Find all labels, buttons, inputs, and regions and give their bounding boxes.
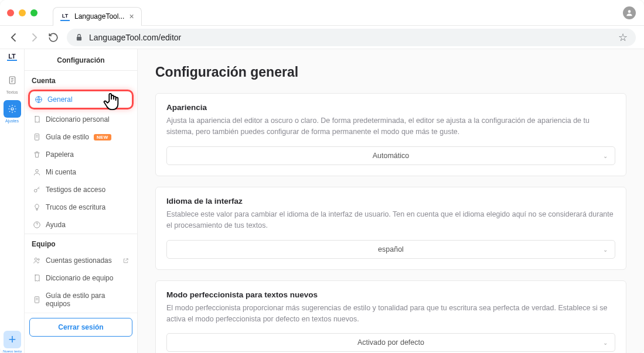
book-icon — [33, 115, 41, 124]
sidebar-item-access-tokens[interactable]: Testigos de acceso — [25, 181, 137, 198]
card-title: Idioma de la interfaz — [166, 197, 615, 205]
external-link-icon — [122, 258, 129, 264]
address-bar[interactable]: LanguageTool.com/editor ☆ — [67, 29, 636, 46]
sidebar-item-help[interactable]: Ayuda — [25, 216, 137, 234]
lock-icon — [75, 33, 83, 42]
sidebar-item-team-dict[interactable]: Diccionario de equipo — [25, 269, 137, 287]
card-picky-mode: Modo perfeccionista para textos nuevos E… — [155, 280, 626, 354]
sidebar-item-label: Papelera — [46, 150, 74, 159]
document-icon — [33, 296, 41, 304]
sidebar-section-account: Cuenta — [25, 70, 137, 88]
sidebar-item-label: Guía de estilo para equipos — [46, 292, 129, 308]
picky-select[interactable]: Activado por defecto ⌄ — [166, 333, 615, 352]
back-button[interactable] — [8, 32, 20, 43]
sidebar-item-my-account[interactable]: Mi cuenta — [25, 163, 137, 181]
card-desc: El modo perfeccionista proporcionar más … — [166, 303, 615, 325]
globe-icon — [35, 95, 43, 104]
settings-sidebar: Configuración Cuenta General Diccionario… — [25, 49, 138, 353]
icon-rail: LT Textos Ajustes + Nuevo texto — [0, 49, 25, 353]
browser-profile-icon[interactable] — [623, 6, 636, 19]
rail-item-texts[interactable] — [4, 71, 21, 89]
new-text-label: Nuevo texto — [0, 349, 25, 353]
appearance-select[interactable]: Automático ⌄ — [166, 146, 615, 165]
sidebar-item-style-guide[interactable]: Guía de estilo NEW — [25, 128, 137, 146]
sidebar-item-label: Testigos de acceso — [46, 186, 105, 194]
sidebar-item-label: Ayuda — [46, 221, 66, 229]
sidebar-item-label: Diccionario personal — [46, 115, 110, 124]
svg-point-9 — [35, 258, 37, 261]
sidebar-section-team: Equipo — [25, 234, 137, 252]
lightbulb-icon — [33, 203, 41, 211]
sidebar-item-general[interactable]: General — [28, 90, 134, 109]
url-text: LanguageTool.com/editor — [89, 33, 181, 42]
card-desc: Ajusta la apariencia del editor a oscuro… — [166, 115, 615, 138]
key-icon — [33, 186, 41, 194]
card-title: Modo perfeccionista para textos nuevos — [166, 290, 615, 299]
card-desc: Establece este valor para cambiar el idi… — [166, 209, 615, 232]
document-icon — [33, 133, 41, 141]
language-select[interactable]: español ⌄ — [166, 240, 615, 259]
chevron-down-icon: ⌄ — [603, 152, 608, 159]
card-appearance: Apariencia Ajusta la apariencia del edit… — [155, 93, 626, 176]
rail-label-texts: Textos — [6, 90, 18, 94]
select-value: español — [378, 245, 404, 253]
svg-point-3 — [11, 108, 13, 110]
page-title: Configuración general — [155, 64, 626, 80]
app-logo[interactable]: LT — [7, 53, 17, 61]
new-badge: NEW — [94, 134, 111, 140]
chevron-down-icon: ⌄ — [603, 246, 608, 252]
book-icon — [33, 274, 41, 282]
svg-point-7 — [34, 189, 37, 192]
card-interface-language: Idioma de la interfaz Establece este val… — [155, 187, 626, 270]
trash-icon — [33, 150, 41, 159]
sidebar-title: Configuración — [25, 49, 137, 70]
svg-rect-1 — [77, 36, 81, 40]
sidebar-item-label: Cuentas gestionadas — [46, 256, 112, 265]
bookmark-star-icon[interactable]: ☆ — [618, 31, 628, 44]
sidebar-item-trash[interactable]: Papelera — [25, 146, 137, 163]
help-icon — [33, 221, 41, 229]
sidebar-item-label: Mi cuenta — [46, 168, 76, 176]
new-text-button[interactable]: + — [4, 331, 21, 348]
minimize-window[interactable] — [19, 9, 26, 16]
logout-wrapper: Cerrar sesión — [25, 313, 137, 341]
browser-titlebar: LT LanguageTool... × — [0, 0, 644, 26]
rail-item-settings[interactable] — [4, 100, 21, 118]
settings-content: Configuración general Apariencia Ajusta … — [138, 49, 644, 353]
card-title: Apariencia — [166, 103, 615, 112]
svg-point-6 — [36, 169, 39, 172]
sidebar-item-label: General — [47, 95, 73, 104]
rail-label-settings: Ajustes — [5, 119, 19, 123]
svg-point-10 — [38, 259, 40, 261]
svg-point-0 — [628, 10, 631, 13]
sidebar-item-label: Guía de estilo — [46, 133, 89, 141]
close-window[interactable] — [7, 9, 14, 16]
maximize-window[interactable] — [30, 9, 38, 16]
browser-toolbar: LanguageTool.com/editor ☆ — [0, 26, 644, 49]
chevron-down-icon: ⌄ — [603, 340, 608, 346]
sidebar-item-writing-tips[interactable]: Trucos de escritura — [25, 198, 137, 216]
sidebar-item-managed-accounts[interactable]: Cuentas gestionadas — [25, 252, 137, 269]
app-root: LT Textos Ajustes + Nuevo texto Configur… — [0, 49, 644, 353]
tab-close-icon[interactable]: × — [129, 12, 134, 21]
select-value: Automático — [373, 152, 410, 160]
select-value: Activado por defecto — [357, 338, 424, 347]
window-controls — [7, 9, 42, 16]
sidebar-item-team-style-guide[interactable]: Guía de estilo para equipos — [25, 287, 137, 313]
forward-button[interactable] — [28, 32, 40, 43]
sidebar-item-label: Trucos de escritura — [46, 203, 105, 211]
reload-button[interactable] — [48, 32, 59, 43]
tab-favicon: LT — [60, 12, 70, 21]
sidebar-item-personal-dict[interactable]: Diccionario personal — [25, 111, 137, 128]
logout-button[interactable]: Cerrar sesión — [29, 318, 132, 337]
tab-title: LanguageTool... — [74, 12, 124, 20]
browser-tab[interactable]: LT LanguageTool... × — [53, 7, 142, 26]
users-icon — [33, 256, 41, 265]
sidebar-item-label: Diccionario de equipo — [46, 274, 113, 282]
user-icon — [33, 168, 41, 176]
